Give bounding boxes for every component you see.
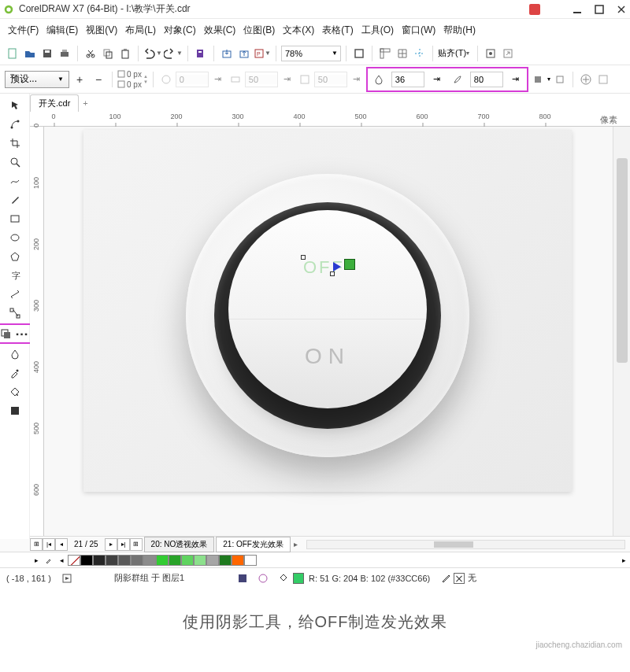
eyedropper-tool[interactable] <box>5 364 25 382</box>
doc-tab-active[interactable]: 开关.cdr <box>30 94 79 112</box>
color-swatch[interactable] <box>80 555 93 566</box>
menu-tools[interactable]: 工具(O) <box>358 22 397 39</box>
shadow-feather-field[interactable] <box>470 72 503 87</box>
snap-button[interactable]: 贴齐(T) ▾ <box>438 47 472 59</box>
publish-button[interactable]: P▼ <box>254 48 271 59</box>
off-shadow-control[interactable]: OFF <box>303 257 357 278</box>
clear-shadow-icon[interactable] <box>595 72 611 87</box>
vertical-scrollbar[interactable] <box>613 127 630 536</box>
parallel-dim-tool[interactable] <box>5 286 25 303</box>
color-swatch[interactable] <box>156 555 169 566</box>
zoom-combo[interactable]: ▼ <box>281 46 341 61</box>
export-icon[interactable] <box>236 46 252 61</box>
import-icon[interactable] <box>219 46 235 61</box>
shadow-preset-combo[interactable]: 预设...▼ <box>5 71 69 88</box>
crop-tool[interactable] <box>5 135 25 152</box>
menu-layout[interactable]: 布局(L) <box>122 22 159 39</box>
page-tab-21[interactable]: 21: OFF发光效果 <box>216 537 291 552</box>
color-swatch[interactable] <box>206 555 219 566</box>
fullscreen-icon[interactable] <box>351 46 367 61</box>
text-tool[interactable]: 字 <box>5 267 25 284</box>
menu-window[interactable]: 窗口(W) <box>398 22 439 39</box>
opacity-slider-icon[interactable]: ⇥ <box>429 72 445 87</box>
close-button[interactable] <box>616 4 627 15</box>
canvas-area[interactable]: ON OFF <box>44 127 613 536</box>
open-icon[interactable] <box>22 46 38 61</box>
rectangle-tool[interactable] <box>5 210 25 227</box>
options-icon[interactable] <box>483 46 498 61</box>
shadow-direction-arrow[interactable] <box>333 262 341 271</box>
feather-edge-icon[interactable] <box>552 72 568 87</box>
launch-icon[interactable] <box>500 46 516 61</box>
page-tab-20[interactable]: 20: NO透视效果 <box>144 537 215 552</box>
shape-tool[interactable] <box>5 116 25 133</box>
pick-tool[interactable] <box>5 97 25 114</box>
first-page-button[interactable]: |◂ <box>43 538 55 551</box>
palette-scroll-right[interactable]: ▸ <box>617 554 630 567</box>
zoom-input[interactable] <box>282 49 329 58</box>
fill-color-indicator[interactable]: R: 51 G: 204 B: 102 (#33CC66) <box>279 573 430 584</box>
connector-tool[interactable] <box>5 305 25 322</box>
page-tab-more[interactable]: ▸ <box>291 540 302 548</box>
next-page-button[interactable]: ▸ <box>105 538 117 551</box>
zoom-tool[interactable] <box>5 153 25 171</box>
color-swatch[interactable] <box>143 555 156 566</box>
feather-slider-icon[interactable]: ⇥ <box>508 72 524 87</box>
redo-button[interactable]: ▼ <box>164 48 183 59</box>
no-color-swatch[interactable] <box>68 555 80 566</box>
remove-preset-button[interactable]: − <box>90 73 107 86</box>
new-doc-tab[interactable]: + <box>78 98 92 108</box>
copy-icon[interactable] <box>100 46 116 61</box>
menu-table[interactable]: 表格(T) <box>319 22 356 39</box>
feather-dir-caret[interactable]: ▾ <box>547 76 550 83</box>
color-swatch[interactable] <box>93 555 106 566</box>
shadow-start-handle[interactable] <box>301 255 306 260</box>
save-status-icon[interactable] <box>238 574 247 583</box>
user-icon[interactable] <box>529 4 540 15</box>
shadow-opacity-field[interactable] <box>391 72 424 87</box>
menu-edit[interactable]: 编辑(E) <box>43 22 81 39</box>
shadow-mid-handle[interactable] <box>330 271 335 276</box>
freehand-tool[interactable] <box>5 172 25 190</box>
next-object-icon[interactable] <box>62 574 72 583</box>
color-swatch[interactable] <box>118 555 131 566</box>
print-icon[interactable] <box>57 46 72 61</box>
transparency-tool[interactable] <box>5 345 25 363</box>
feather-direction-icon[interactable] <box>530 72 546 87</box>
search-content-icon[interactable] <box>193 46 209 61</box>
color-swatch[interactable] <box>244 555 257 566</box>
horizontal-scrollbar[interactable] <box>306 540 625 549</box>
save-icon[interactable] <box>39 46 55 61</box>
outline-indicator[interactable]: 无 <box>441 572 476 584</box>
palette-scroll-left[interactable]: ◂ <box>55 554 68 567</box>
color-swatch[interactable] <box>131 555 143 566</box>
add-page-icon[interactable]: ⊞ <box>30 538 43 551</box>
maximize-button[interactable] <box>594 4 605 15</box>
artistic-media-tool[interactable] <box>5 191 25 209</box>
menu-help[interactable]: 帮助(H) <box>440 22 479 39</box>
menu-view[interactable]: 视图(V) <box>83 22 120 39</box>
h-scroll-thumb[interactable] <box>434 541 473 548</box>
menu-object[interactable]: 对象(C) <box>161 22 199 39</box>
menu-effects[interactable]: 效果(C) <box>201 22 239 39</box>
add-page-after-icon[interactable]: ⊞ <box>130 538 143 551</box>
color-swatch[interactable] <box>232 555 244 566</box>
interactive-fill-tool[interactable] <box>5 383 25 401</box>
prev-page-button[interactable]: ◂ <box>55 538 68 551</box>
undo-button[interactable]: ▼ <box>143 48 162 59</box>
paste-icon[interactable] <box>117 46 133 61</box>
copy-shadow-icon[interactable] <box>578 72 594 87</box>
color-swatch[interactable] <box>169 555 181 566</box>
minimize-button[interactable] <box>572 4 583 15</box>
shadow-end-handle[interactable] <box>344 259 355 270</box>
color-swatch[interactable] <box>181 555 194 566</box>
scrollbar-thumb[interactable] <box>617 158 628 363</box>
menu-bitmap[interactable]: 位图(B) <box>240 22 278 39</box>
menu-file[interactable]: 文件(F) <box>5 22 42 39</box>
show-rulers-icon[interactable] <box>377 46 393 61</box>
show-grid-icon[interactable] <box>395 46 410 61</box>
menu-text[interactable]: 文本(X) <box>280 22 317 39</box>
polygon-tool[interactable] <box>5 248 25 265</box>
palette-menu-icon[interactable]: ▸ <box>30 554 43 567</box>
last-page-button[interactable]: ▸| <box>117 538 130 551</box>
